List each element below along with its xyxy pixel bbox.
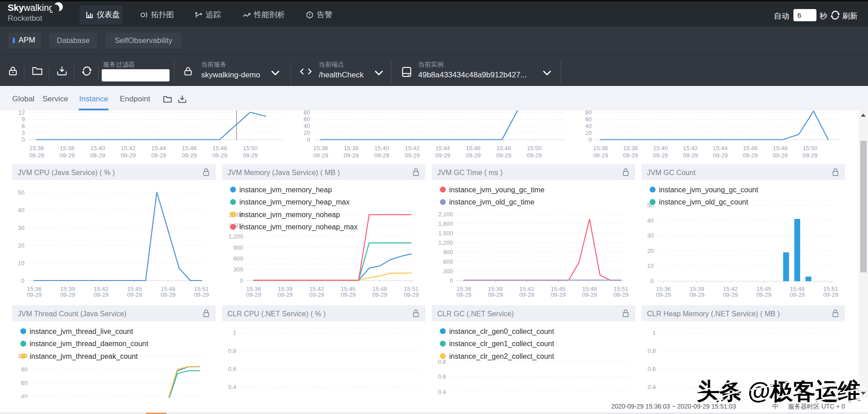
svg-text:1,200: 1,200: [228, 233, 243, 240]
svg-text:09-29: 09-29: [278, 291, 292, 298]
svg-text:09-29: 09-29: [519, 291, 534, 298]
svg-text:15:44: 15:44: [713, 145, 728, 152]
svg-text:20: 20: [18, 242, 24, 249]
svg-text:09-29: 09-29: [773, 152, 788, 159]
svg-text:20: 20: [304, 129, 310, 136]
svg-text:instance_clr_gen2_collect_coun: instance_clr_gen2_collect_count: [449, 352, 555, 361]
svg-text:09-29: 09-29: [90, 152, 105, 159]
svg-text:40: 40: [304, 123, 310, 129]
svg-text:09-29: 09-29: [194, 291, 209, 298]
svg-text:instance_jvm_memory_noheap_max: instance_jvm_memory_noheap_max: [240, 223, 358, 231]
svg-text:instance_jvm_memory_heap_max: instance_jvm_memory_heap_max: [240, 198, 350, 206]
svg-text:09-29: 09-29: [582, 291, 597, 298]
svg-text:15:38: 15:38: [623, 145, 638, 152]
svg-text:09-29: 09-29: [160, 291, 175, 298]
svg-text:0: 0: [307, 136, 310, 143]
svg-text:0.6: 0.6: [438, 373, 446, 380]
svg-text:09-29: 09-29: [496, 152, 511, 159]
svg-text:3: 3: [22, 129, 25, 136]
svg-text:instance_jvm_young_gc_time: instance_jvm_young_gc_time: [449, 186, 545, 194]
svg-text:1,800: 1,800: [438, 220, 453, 227]
svg-text:300: 300: [233, 266, 243, 273]
svg-text:09-29: 09-29: [723, 291, 738, 298]
svg-text:15:46: 15:46: [182, 145, 197, 152]
svg-text:09-29: 09-29: [623, 152, 638, 159]
svg-text:80: 80: [304, 110, 310, 116]
svg-text:15:44: 15:44: [435, 145, 450, 152]
svg-text:40: 40: [18, 207, 24, 214]
svg-text:12: 12: [19, 110, 25, 116]
svg-text:instance_jvm_thread_daemon_cou: instance_jvm_thread_daemon_count: [30, 340, 149, 348]
svg-text:09-29: 09-29: [488, 291, 503, 298]
svg-text:09-29: 09-29: [127, 291, 142, 298]
svg-text:09-29: 09-29: [374, 152, 389, 159]
svg-text:CLR GC (.NET Service): CLR GC (.NET Service): [437, 310, 514, 318]
svg-text:0: 0: [450, 277, 453, 284]
svg-text:0.8: 0.8: [647, 347, 656, 354]
svg-text:10: 10: [18, 260, 24, 266]
svg-text:60: 60: [585, 116, 592, 123]
svg-text:instance_jvm_thread_peak_count: instance_jvm_thread_peak_count: [30, 352, 138, 361]
svg-text:0.6: 0.6: [228, 366, 236, 372]
svg-text:15:48: 15:48: [496, 145, 511, 152]
svg-text:15:46: 15:46: [743, 145, 758, 152]
svg-text:15:48: 15:48: [773, 145, 788, 152]
svg-text:09-29: 09-29: [182, 152, 197, 159]
svg-text:20: 20: [585, 129, 592, 136]
svg-text:instance_clr_gen0_collect_coun: instance_clr_gen0_collect_count: [449, 328, 555, 336]
svg-text:0.8: 0.8: [228, 347, 236, 354]
svg-text:09-29: 09-29: [790, 291, 805, 298]
svg-text:30: 30: [647, 232, 654, 239]
svg-text:JVM Thread Count (Java Service: JVM Thread Count (Java Service): [18, 310, 127, 318]
svg-text:15:38: 15:38: [60, 145, 75, 152]
svg-text:1: 1: [233, 329, 236, 336]
svg-text:900: 900: [233, 244, 243, 251]
svg-text:0: 0: [21, 277, 24, 284]
svg-text:09-29: 09-29: [246, 291, 261, 298]
svg-text:1,200: 1,200: [438, 239, 453, 246]
svg-text:09-29: 09-29: [27, 291, 42, 298]
svg-text:15:42: 15:42: [121, 145, 136, 152]
svg-text:15:46: 15:46: [466, 145, 481, 152]
svg-text:instance_jvm_memory_heap: instance_jvm_memory_heap: [240, 186, 332, 194]
svg-text:6: 6: [22, 123, 25, 129]
svg-text:09-29: 09-29: [613, 291, 628, 298]
svg-text:80: 80: [21, 366, 28, 373]
svg-text:15:36: 15:36: [313, 145, 328, 152]
svg-text:09-29: 09-29: [653, 152, 668, 159]
svg-text:instance_jvm_old_gc_time: instance_jvm_old_gc_time: [449, 198, 535, 206]
svg-text:15:50: 15:50: [527, 145, 542, 152]
svg-text:9: 9: [22, 116, 25, 123]
svg-text:2,100: 2,100: [438, 211, 453, 218]
svg-text:09-29: 09-29: [212, 152, 227, 159]
svg-text:09-29: 09-29: [121, 152, 136, 159]
svg-text:30: 30: [18, 224, 24, 231]
svg-text:40: 40: [21, 393, 28, 398]
svg-text:09-29: 09-29: [551, 291, 566, 298]
svg-text:0.4: 0.4: [647, 384, 656, 390]
svg-text:09-29: 09-29: [313, 152, 328, 159]
svg-text:instance_jvm_thread_live_count: instance_jvm_thread_live_count: [30, 328, 133, 336]
svg-text:300: 300: [443, 268, 453, 275]
svg-text:instance_clr_gen1_collect_coun: instance_clr_gen1_collect_count: [449, 340, 555, 348]
svg-text:JVM GC Time ( ms ): JVM GC Time ( ms ): [437, 169, 503, 176]
svg-text:09-29: 09-29: [689, 291, 704, 298]
svg-text:09-29: 09-29: [309, 291, 324, 298]
svg-text:15:38: 15:38: [344, 145, 359, 152]
svg-text:instance_jvm_young_gc_count: instance_jvm_young_gc_count: [659, 186, 759, 194]
svg-text:09-29: 09-29: [60, 152, 75, 159]
svg-text:09-29: 09-29: [94, 291, 108, 298]
svg-text:0: 0: [589, 136, 592, 143]
svg-text:09-29: 09-29: [683, 152, 698, 159]
svg-text:09-29: 09-29: [713, 152, 728, 159]
svg-text:15:40: 15:40: [374, 145, 389, 152]
svg-text:0: 0: [240, 277, 243, 284]
svg-text:0.4: 0.4: [438, 389, 446, 395]
svg-text:20: 20: [647, 247, 654, 254]
svg-text:10: 10: [647, 262, 654, 269]
svg-text:09-29: 09-29: [466, 152, 481, 159]
svg-text:09-29: 09-29: [527, 152, 542, 159]
svg-text:09-29: 09-29: [344, 152, 359, 159]
svg-text:09-29: 09-29: [60, 291, 75, 298]
svg-text:15:42: 15:42: [405, 145, 420, 152]
